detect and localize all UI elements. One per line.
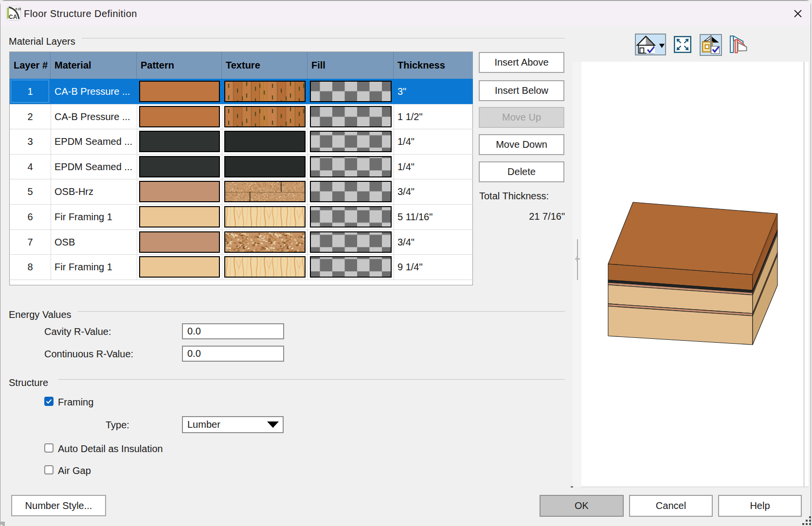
svg-text:CA: CA [9,14,18,20]
svg-text:X16: X16 [15,7,21,11]
